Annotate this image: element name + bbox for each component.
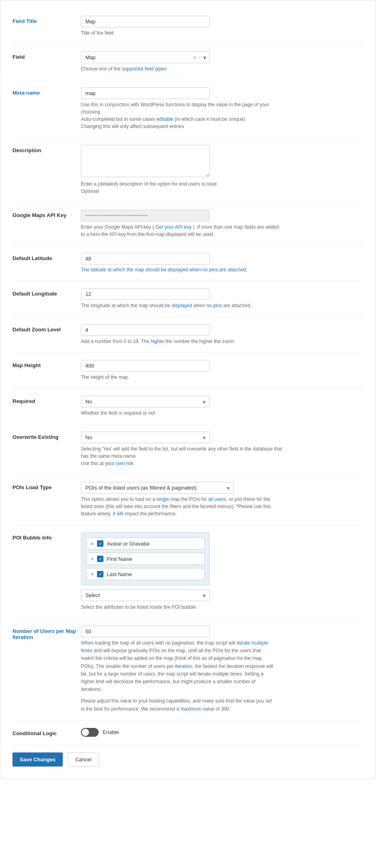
default-zoom-level-help: Add a number from 0 to 19. The higher th… bbox=[81, 338, 282, 345]
poi-bubble-item: ≡ Last Name bbox=[86, 568, 205, 580]
description-help: Enter a (detailed) description of the op… bbox=[81, 180, 282, 195]
field-title-input[interactable] bbox=[81, 16, 210, 27]
google-maps-api-key-help: Enter your Google Maps API key ( Get you… bbox=[81, 223, 282, 238]
overwrite-existing-select-wrapper[interactable]: No Yes bbox=[81, 432, 210, 443]
map-height-field: The height of the map. bbox=[81, 360, 364, 381]
poi-bubble-info-label: POI Bubble Info bbox=[12, 532, 81, 541]
pois-load-type-row: POIs Load Type POIs of the listed users … bbox=[12, 475, 364, 525]
map-height-help: The height of the map. bbox=[81, 374, 282, 381]
google-maps-api-key-input[interactable] bbox=[81, 210, 210, 221]
get-api-key-link[interactable]: Get your API key bbox=[155, 224, 192, 230]
number-of-users-help-para2: Please adjust this value to your hosting… bbox=[81, 697, 274, 713]
description-field: Enter a (detailed) description of the op… bbox=[81, 145, 364, 195]
google-maps-api-key-label: Google Maps API Key bbox=[12, 210, 81, 218]
poi-bubble-item: ≡ First Name bbox=[86, 553, 205, 565]
field-title-field: Title of the field bbox=[81, 16, 364, 37]
field-select-arrow-icon[interactable]: ▾ bbox=[200, 54, 209, 61]
default-zoom-level-row: Default Zoom Level Add a number from 0 t… bbox=[12, 317, 364, 353]
field-select-wrapper[interactable]: Map × ▾ bbox=[81, 52, 210, 63]
pois-load-type-select-wrapper[interactable]: POIs of the listed users (as filtered & … bbox=[81, 482, 234, 494]
field-row: Field Map × ▾ Choose one of the supporte… bbox=[12, 44, 364, 80]
default-longitude-help: The longitude at which the map should be… bbox=[81, 302, 282, 309]
toggle-wrapper: Enable bbox=[81, 728, 364, 737]
description-label: Description bbox=[12, 145, 81, 153]
supported-field-types-link[interactable]: supported field types bbox=[122, 66, 166, 72]
default-zoom-level-label: Default Zoom Level bbox=[12, 324, 81, 333]
number-of-users-field: When loading the map of all users with n… bbox=[81, 626, 364, 713]
first-name-checkbox[interactable] bbox=[97, 556, 103, 562]
overwrite-existing-select[interactable]: No Yes bbox=[81, 432, 210, 443]
poi-bubble-info-field: ≡ Avatar or Gravatar ≡ First Name ≡ Last… bbox=[81, 532, 364, 611]
description-row: Description Enter a (detailed) descripti… bbox=[12, 138, 364, 203]
number-of-users-help-para1: When loading the map of all users with n… bbox=[81, 639, 274, 693]
required-select-wrapper[interactable]: No Yes bbox=[81, 396, 210, 407]
required-select[interactable]: No Yes bbox=[81, 396, 210, 407]
number-of-users-input[interactable] bbox=[81, 626, 210, 637]
google-maps-api-key-row: Google Maps API Key Enter your Google Ma… bbox=[12, 203, 364, 246]
avatar-label: Avatar or Gravatar bbox=[107, 541, 150, 547]
field-select-clear-icon[interactable]: × bbox=[190, 54, 200, 61]
map-height-row: Map Height The height of the map. bbox=[12, 353, 364, 389]
pois-load-type-select[interactable]: POIs of the listed users (as filtered & … bbox=[81, 482, 234, 494]
conditional-logic-toggle[interactable] bbox=[81, 728, 99, 737]
required-help: Whether the field is required or not bbox=[81, 409, 282, 417]
required-label: Required bbox=[12, 396, 81, 404]
default-latitude-input[interactable] bbox=[81, 253, 210, 265]
first-name-label: First Name bbox=[107, 556, 132, 562]
default-longitude-row: Default Longitude The longitude at which… bbox=[12, 281, 364, 317]
pois-load-type-label: POIs Load Type bbox=[12, 482, 81, 490]
default-longitude-input[interactable] bbox=[81, 288, 210, 300]
pois-load-type-field: POIs of the listed users (as filtered & … bbox=[81, 482, 364, 517]
save-button[interactable]: Save Changes bbox=[12, 752, 63, 767]
meta-name-label: Meta-name bbox=[12, 87, 81, 96]
own-risk-link[interactable]: your own risk bbox=[105, 461, 134, 466]
field-help: Choose one of the supported field types bbox=[81, 65, 282, 72]
last-name-label: Last Name bbox=[107, 571, 132, 577]
conditional-logic-label: Conditional Logic bbox=[12, 728, 81, 736]
overwrite-existing-help: Selecting 'Yes' will add the field to th… bbox=[81, 445, 282, 467]
overwrite-existing-label: Overwrite Existing bbox=[12, 432, 81, 440]
poi-bubble-help: Select the attributes to be listed insid… bbox=[81, 603, 282, 611]
conditional-logic-row: Conditional Logic Enable bbox=[12, 721, 364, 744]
default-longitude-label: Default Longitude bbox=[12, 288, 81, 297]
map-height-input[interactable] bbox=[81, 360, 210, 372]
last-name-checkbox[interactable] bbox=[97, 571, 103, 577]
default-longitude-field: The longitude at which the map should be… bbox=[81, 288, 364, 309]
meta-name-help: Use this in conjunction with WordPress f… bbox=[81, 101, 282, 130]
pois-load-type-help: This option allows you to load on a sing… bbox=[81, 496, 282, 517]
meta-name-field: Use this in conjunction with WordPress f… bbox=[81, 87, 364, 130]
default-zoom-level-input[interactable] bbox=[81, 324, 210, 336]
drag-handle-icon[interactable]: ≡ bbox=[91, 556, 94, 562]
cancel-button[interactable]: Cancel bbox=[68, 752, 99, 767]
buttons-row: Save Changes Cancel bbox=[12, 744, 364, 771]
default-latitude-label: Default Latitude bbox=[12, 253, 81, 261]
number-of-users-row: Number of Users per Map Iteration When l… bbox=[12, 618, 364, 721]
required-field: No Yes Whether the field is required or … bbox=[81, 396, 364, 417]
field-select[interactable]: Map bbox=[81, 52, 190, 63]
number-label-highlighted: Number bbox=[12, 628, 32, 634]
meta-name-input[interactable] bbox=[81, 87, 210, 99]
meta-name-row: Meta-name Use this in conjunction with W… bbox=[12, 80, 364, 138]
field-title-row: Field Title Title of the field bbox=[12, 8, 364, 44]
poi-bubble-info-row: POI Bubble Info ≡ Avatar or Gravatar ≡ F… bbox=[12, 525, 364, 618]
number-of-users-label: Number of Users per Map Iteration bbox=[12, 626, 81, 640]
field-title-help: Title of the field bbox=[81, 29, 282, 37]
drag-handle-icon[interactable]: ≡ bbox=[91, 540, 94, 547]
default-latitude-field: The latitude at which the map should be … bbox=[81, 253, 364, 273]
field-field: Map × ▾ Choose one of the supported fiel… bbox=[81, 52, 364, 72]
overwrite-existing-row: Overwrite Existing No Yes Selecting 'Yes… bbox=[12, 424, 364, 475]
map-height-label: Map Height bbox=[12, 360, 81, 368]
poi-bubble-item: ≡ Avatar or Gravatar bbox=[86, 537, 205, 550]
required-row: Required No Yes Whether the field is req… bbox=[12, 389, 364, 424]
default-zoom-level-field: Add a number from 0 to 19. The higher th… bbox=[81, 324, 364, 345]
poi-bubble-select[interactable]: Select bbox=[81, 589, 210, 601]
poi-bubble-select-wrapper[interactable]: Select bbox=[81, 589, 210, 601]
description-textarea[interactable] bbox=[81, 145, 210, 177]
default-latitude-help: The latitude at which the map should be … bbox=[81, 266, 282, 273]
field-label: Field bbox=[12, 52, 81, 60]
overwrite-existing-field: No Yes Selecting 'Yes' will add the fiel… bbox=[81, 432, 364, 467]
conditional-logic-field: Enable bbox=[81, 728, 364, 737]
default-latitude-row: Default Latitude The latitude at which t… bbox=[12, 246, 364, 281]
drag-handle-icon[interactable]: ≡ bbox=[91, 571, 94, 577]
avatar-checkbox[interactable] bbox=[97, 540, 103, 547]
